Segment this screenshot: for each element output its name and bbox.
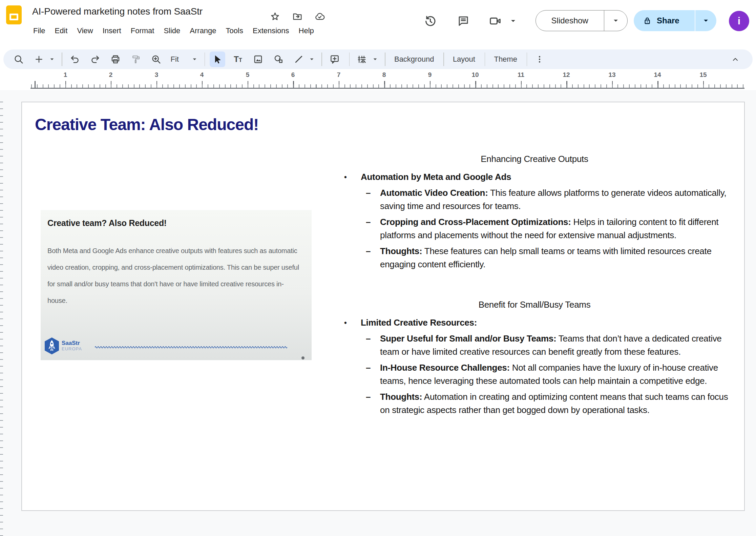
list-item: – Thoughts: Automation in creating and o… [339,390,730,417]
menu-extensions[interactable]: Extensions [248,24,294,37]
menu-file[interactable]: File [28,24,50,37]
saastr-logo-subtext: EUROPA [62,347,82,351]
ruler-ticks [30,80,744,89]
saastr-logo-icon [44,336,60,356]
undo-icon[interactable] [67,51,83,67]
cloud-check-icon[interactable] [314,11,326,22]
list-item: – Super Useful for Small and/or Busy Tea… [339,332,730,358]
zoom-fit-select[interactable]: Fit [171,55,179,64]
theme-button[interactable]: Theme [490,52,521,66]
redo-icon[interactable] [87,51,103,67]
vertical-ruler [0,102,3,536]
screenshot-heading: Creative team? Also Reduced! [47,218,167,228]
menu-edit[interactable]: Edit [50,24,72,37]
slideshow-label: Slideshow [536,16,604,25]
ruler-number: 11 [518,71,524,79]
ruler-number: 9 [428,71,432,79]
ruler-number: 12 [563,71,570,79]
header: AI-Powered marketing notes from SaaStr F… [0,0,756,47]
ruler-number: 1 [64,71,67,79]
list-item: – Automatic Video Creation: This feature… [339,186,730,213]
comments-icon[interactable] [456,14,471,28]
menu-view[interactable]: View [72,24,98,37]
search-menus-icon[interactable] [11,51,26,67]
toolbar-divider [205,53,205,66]
ruler-number: 15 [699,71,707,79]
toolbar-divider [62,53,62,66]
layout-button[interactable]: Layout [449,52,479,66]
collapse-toolbar-icon[interactable] [728,51,743,67]
camera-dropdown-icon[interactable] [508,14,518,28]
ruler-number: 4 [200,71,204,79]
zoom-fit-dropdown-icon[interactable] [190,51,199,67]
share-dropdown-icon[interactable] [695,19,716,22]
toolbar-divider [485,53,485,66]
version-history-icon[interactable] [423,14,438,28]
menu-slide[interactable]: Slide [159,24,185,37]
paint-format-icon[interactable] [128,51,144,67]
more-options-icon[interactable] [532,51,547,67]
input-tools-dropdown-icon[interactable] [371,51,379,67]
slide-page[interactable]: Creative Team: Also Reduced! Creative te… [21,102,745,511]
menu-format[interactable]: Format [126,24,159,37]
slide-text-body[interactable]: Enhancing Creative Outputs • Automation … [339,152,730,417]
slideshow-button[interactable]: Slideshow [536,10,628,31]
video-camera-icon[interactable] [488,14,503,28]
input-tools-icon[interactable] [354,51,370,67]
list-item: – Cropping and Cross-Placement Optimizat… [339,215,730,242]
toolbar-divider [349,53,350,66]
wavy-line-decoration [95,345,287,348]
add-comment-icon[interactable] [327,51,342,67]
slideshow-dropdown-icon[interactable] [604,19,627,22]
list-item: • Automation by Meta and Google Ads [339,170,730,184]
toolbar-divider [321,53,322,66]
menu-tools[interactable]: Tools [221,24,248,37]
zoom-icon[interactable] [148,51,164,67]
google-slides-window: AI-Powered marketing notes from SaaStr F… [0,0,756,536]
select-cursor-tool[interactable] [210,51,225,67]
menu-insert[interactable]: Insert [98,24,126,37]
ruler-number: 3 [155,71,159,79]
menu-help[interactable]: Help [294,24,319,37]
slide-canvas-area: Creative Team: Also Reduced! Creative te… [0,90,756,536]
insert-line-icon[interactable] [291,51,307,67]
ruler-number: 5 [246,71,250,79]
content-section: Benefit for Small/Busy Teams • Limited C… [339,298,730,417]
share-label: Share [657,16,695,25]
new-slide-dropdown-icon[interactable] [47,51,56,67]
screenshot-body: Both Meta and Google Ads enhance creativ… [47,243,303,309]
share-button[interactable]: Share [634,10,716,31]
slides-logo-icon[interactable] [6,5,22,24]
toolbar: Fit TT Background Layout [3,49,753,69]
list-item: – Thoughts: These features can help smal… [339,245,730,271]
section-heading: Enhancing Creative Outputs [339,152,730,166]
toolbar-divider [385,53,385,66]
menu-arrange[interactable]: Arrange [185,24,221,37]
toolbar-divider [527,53,527,66]
avatar[interactable]: i [729,11,749,31]
embedded-screenshot[interactable]: Creative team? Also Reduced! Both Meta a… [41,210,312,360]
saastr-logo-text: SaaStr [62,340,82,346]
insert-shape-icon[interactable] [271,51,286,67]
ruler-number: 10 [471,71,479,79]
section-heading: Benefit for Small/Busy Teams [339,298,730,311]
print-icon[interactable] [108,51,123,67]
insert-image-icon[interactable] [250,51,266,67]
ruler-number: 13 [608,71,615,79]
document-title[interactable]: AI-Powered marketing notes from SaaStr [32,6,203,17]
star-icon[interactable] [269,11,281,22]
list-item: – In-House Resource Challenges: Not all … [339,361,730,388]
lock-icon [643,16,652,25]
ruler-number: 14 [654,71,661,79]
new-slide-icon[interactable] [31,51,47,67]
ruler-number: 2 [109,71,113,79]
screenshot-dot [301,356,304,359]
text-box-icon[interactable]: TT [230,51,246,67]
background-button[interactable]: Background [390,52,438,66]
move-folder-icon[interactable] [292,11,303,22]
slide-title[interactable]: Creative Team: Also Reduced! [35,115,258,134]
menu-bar: File Edit View Insert Format Slide Arran… [28,24,319,37]
ruler-number: 8 [382,71,386,79]
ruler-number: 6 [291,71,295,79]
line-dropdown-icon[interactable] [307,51,316,67]
